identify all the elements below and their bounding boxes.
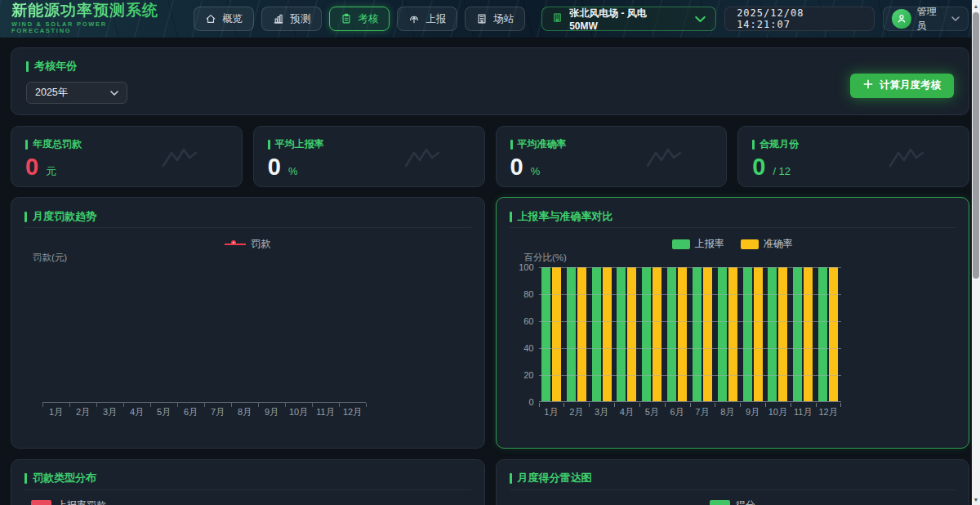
year-select[interactable]: 2025年 bbox=[26, 82, 127, 104]
app-subtitle: WIND & SOLAR POWER FORECASTING bbox=[11, 21, 167, 35]
bar-准确率-7月 bbox=[703, 267, 712, 402]
bar-准确率-2月 bbox=[577, 267, 586, 402]
penalty-type-panel: 罚款类型分布 上报率罚款 bbox=[11, 459, 485, 505]
vertical-scrollbar[interactable]: ▲ ▼ bbox=[972, 0, 980, 505]
nav-tab-assessment[interactable]: 考核 bbox=[329, 7, 390, 31]
nav-tab-label: 考核 bbox=[358, 12, 378, 26]
bar-准确率-11月 bbox=[804, 267, 813, 402]
x-axis bbox=[42, 402, 366, 403]
chevron-down-icon bbox=[951, 16, 960, 21]
app-logo: 新能源功率预测系统 WIND & SOLAR POWER FORECASTING bbox=[11, 2, 167, 34]
user-avatar-icon bbox=[892, 9, 911, 29]
kpi-value: 0 bbox=[510, 155, 523, 179]
nav-tab-label: 预测 bbox=[290, 12, 310, 26]
year-select-value: 2025年 bbox=[35, 86, 68, 100]
bar-上报率-9月 bbox=[743, 267, 752, 402]
divider bbox=[510, 227, 956, 228]
nav-tab-overview[interactable]: 概览 bbox=[194, 7, 254, 31]
kpi-card-1: 平均上报率0% bbox=[253, 126, 485, 187]
kpi-card-3: 合规月份0/ 12 bbox=[737, 126, 969, 187]
radar-title: 月度得分雷达图 bbox=[510, 471, 592, 485]
x-axis-labels: 1月2月3月4月5月6月7月8月9月10月11月12月 bbox=[539, 406, 841, 418]
user-name: 管理员 bbox=[917, 5, 946, 33]
clipboard-icon bbox=[341, 13, 352, 25]
bar-上报率-12月 bbox=[818, 267, 827, 402]
nav-tab-station[interactable]: 场站 bbox=[465, 7, 525, 31]
zigzag-icon bbox=[889, 148, 926, 172]
bar-准确率-1月 bbox=[552, 267, 561, 402]
kpi-value: 0 bbox=[268, 155, 281, 179]
kpi-unit: % bbox=[288, 165, 298, 177]
main-content: 考核年份 2025年 计算月度考核 年度总罚款0元平均上报率0%平均准确率0%合… bbox=[0, 38, 980, 505]
building-icon bbox=[552, 12, 563, 25]
scrollbar-thumb[interactable] bbox=[973, 12, 979, 279]
legend-item-上报率[interactable]: 上报率 bbox=[672, 237, 724, 251]
x-axis-labels: 1月2月3月4月5月6月7月8月9月10月11月12月 bbox=[42, 406, 366, 418]
kpi-card-0: 年度总罚款0元 bbox=[11, 126, 243, 187]
kpi-row: 年度总罚款0元平均上报率0%平均准确率0%合规月份0/ 12 bbox=[11, 126, 969, 187]
bar-chart-icon bbox=[273, 13, 284, 25]
bar-上报率-7月 bbox=[693, 267, 702, 402]
legend-swatch bbox=[31, 500, 51, 505]
upload-icon bbox=[408, 13, 420, 25]
app-title: 新能源功率预测系统 bbox=[11, 2, 167, 20]
zigzag-icon bbox=[646, 148, 684, 172]
scroll-up-arrow-icon[interactable]: ▲ bbox=[972, 1, 980, 11]
filter-panel: 考核年份 2025年 计算月度考核 bbox=[11, 47, 969, 115]
nav-tab-label: 上报 bbox=[425, 12, 446, 26]
nav-tabs: 概览预测考核上报场站 bbox=[194, 7, 525, 31]
station-selector-value: 张北风电场 - 风电 50MW bbox=[569, 7, 675, 32]
bar-上报率-4月 bbox=[617, 267, 626, 402]
legend-swatch bbox=[672, 239, 690, 249]
nav-tab-forecast[interactable]: 预测 bbox=[261, 7, 322, 31]
station-selector[interactable]: 张北风电场 - 风电 50MW bbox=[541, 7, 716, 31]
legend-item-penalty[interactable]: 罚款 bbox=[225, 237, 270, 251]
penalty-trend-panel: 月度罚款趋势 罚款 罚款(元) 1月2月3月4月5月6月7月8月9月10月11月… bbox=[11, 197, 485, 449]
rate-compare-title: 上报率与准确率对比 bbox=[510, 209, 613, 224]
calc-monthly-assessment-button[interactable]: 计算月度考核 bbox=[850, 74, 954, 98]
zigzag-icon bbox=[404, 148, 442, 172]
bar-上报率-3月 bbox=[592, 267, 601, 402]
plus-icon bbox=[863, 79, 873, 92]
legend-item-准确率[interactable]: 准确率 bbox=[741, 237, 793, 251]
penalty-type-title: 罚款类型分布 bbox=[24, 471, 96, 485]
chevron-down-icon bbox=[695, 14, 706, 25]
bar-上报率-11月 bbox=[793, 267, 802, 402]
divider bbox=[24, 227, 471, 228]
bar-准确率-6月 bbox=[678, 267, 687, 402]
bar-上报率-2月 bbox=[567, 267, 576, 402]
year-filter-label: 考核年份 bbox=[26, 59, 127, 74]
kpi-value: 0 bbox=[25, 155, 38, 179]
bar-上报率-6月 bbox=[667, 267, 676, 402]
divider bbox=[510, 489, 956, 490]
radar-panel: 月度得分雷达图 得分 bbox=[496, 459, 970, 505]
y-axis-name: 罚款(元) bbox=[33, 252, 67, 264]
chevron-down-icon bbox=[110, 91, 118, 96]
legend-item-penalty-type[interactable]: 上报率罚款 bbox=[31, 498, 106, 505]
bar-上报率-5月 bbox=[642, 267, 651, 402]
kpi-unit: / 12 bbox=[773, 165, 791, 177]
scroll-down-arrow-icon[interactable]: ▼ bbox=[972, 494, 980, 504]
penalty-trend-title: 月度罚款趋势 bbox=[24, 209, 96, 224]
legend-item-score[interactable]: 得分 bbox=[497, 498, 969, 505]
year-filter-group: 考核年份 2025年 bbox=[26, 59, 127, 104]
user-menu[interactable]: 管理员 bbox=[883, 7, 969, 31]
bar-上报率-8月 bbox=[718, 267, 727, 402]
legend-swatch bbox=[710, 500, 730, 505]
bar-chart-plot bbox=[539, 267, 841, 402]
legend-swatch bbox=[741, 239, 759, 249]
bar-准确率-9月 bbox=[754, 267, 763, 402]
system-clock: 2025/12/08 14:21:07 bbox=[724, 7, 875, 31]
building-icon bbox=[476, 13, 488, 25]
kpi-unit: 元 bbox=[46, 164, 56, 179]
top-navbar: 新能源功率预测系统 WIND & SOLAR POWER FORECASTING… bbox=[0, 0, 980, 38]
bar-准确率-12月 bbox=[829, 267, 838, 402]
bar-上报率-1月 bbox=[541, 267, 550, 402]
kpi-value: 0 bbox=[752, 155, 765, 179]
nav-tab-report[interactable]: 上报 bbox=[397, 7, 457, 31]
zigzag-icon bbox=[162, 148, 199, 172]
bottom-row: 罚款类型分布 上报率罚款 月度得分雷达图 得分 bbox=[11, 459, 969, 505]
line-series-icon bbox=[225, 244, 246, 245]
rate-compare-panel: 上报率与准确率对比 上报率准确率 百分比(%) 020406080100 1月2… bbox=[496, 197, 970, 449]
bar-准确率-8月 bbox=[728, 267, 737, 402]
